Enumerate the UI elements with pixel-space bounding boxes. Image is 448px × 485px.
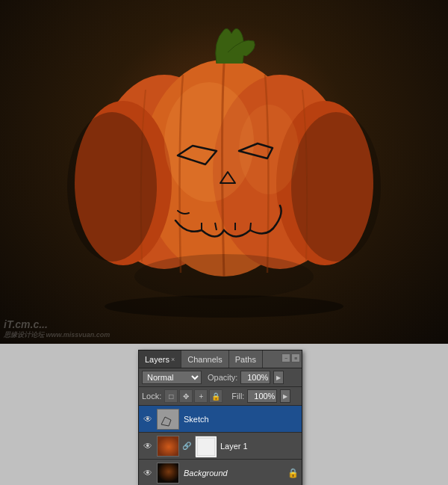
svg-rect-11 — [158, 410, 179, 430]
opacity-input[interactable] — [240, 371, 270, 384]
svg-rect-14 — [197, 438, 215, 456]
canvas-area: iT.cm.c... 思缘设计论坛 www.missvuan.com — [0, 0, 448, 344]
panel-menu-btn[interactable]: ≡ — [291, 353, 300, 362]
lock-all-btn[interactable]: 🔒 — [209, 389, 223, 403]
lock-position-btn[interactable]: + — [194, 389, 208, 403]
lock-image-btn[interactable]: ✥ — [179, 389, 193, 403]
lock-transparent-btn[interactable]: □ — [164, 389, 178, 403]
pumpkin-illustration — [67, 22, 381, 321]
fill-arrow[interactable]: ▶ — [280, 389, 290, 403]
svg-rect-12 — [158, 436, 179, 457]
visibility-sketch[interactable]: 👁 — [142, 413, 154, 425]
tab-paths[interactable]: Paths — [229, 350, 263, 368]
tab-channels[interactable]: Channels — [181, 350, 228, 368]
thumb-background — [157, 463, 179, 484]
bottom-panel: Layers × Channels Paths − ≡ Normal Multi… — [0, 344, 448, 485]
lock-row: Lock: □ ✥ + 🔒 Fill: ▶ — [139, 387, 302, 406]
svg-point-10 — [134, 254, 314, 299]
panel-header: Layers × Channels Paths − ≡ — [139, 350, 302, 368]
thumb-layer1 — [157, 436, 179, 457]
fill-input[interactable] — [247, 389, 277, 403]
layer-row-background[interactable]: 👁 Background 🔒 — [139, 460, 302, 485]
blend-mode-select[interactable]: Normal Multiply Screen Overlay — [142, 371, 202, 384]
svg-point-8 — [67, 112, 157, 262]
layers-panel: Layers × Channels Paths − ≡ Normal Multi… — [138, 350, 302, 485]
blend-mode-row: Normal Multiply Screen Overlay Opacity: … — [139, 368, 302, 387]
layers-list: 👁 Sketch 👁 — [139, 406, 302, 485]
layer-row-layer1[interactable]: 👁 🔗 — [139, 433, 302, 460]
layer-row-sketch[interactable]: 👁 Sketch — [139, 406, 302, 433]
tab-close-layers[interactable]: × — [171, 356, 175, 363]
watermark: iT.cm.c... 思缘设计论坛 www.missvuan.com — [4, 318, 110, 340]
mask-thumb-layer1 — [195, 436, 216, 457]
tab-layers[interactable]: Layers × — [139, 350, 181, 368]
thumb-sketch — [157, 409, 179, 430]
background-lock-icon: 🔒 — [287, 468, 299, 478]
chain-icon: 🔗 — [182, 442, 191, 450]
opacity-arrow[interactable]: ▶ — [273, 371, 284, 384]
svg-rect-15 — [158, 463, 179, 484]
visibility-background[interactable]: 👁 — [142, 467, 154, 479]
svg-point-9 — [291, 112, 381, 262]
visibility-layer1[interactable]: 👁 — [142, 440, 154, 452]
panel-minimize-btn[interactable]: − — [281, 353, 290, 362]
lock-icons-group: □ ✥ + 🔒 — [164, 389, 223, 403]
